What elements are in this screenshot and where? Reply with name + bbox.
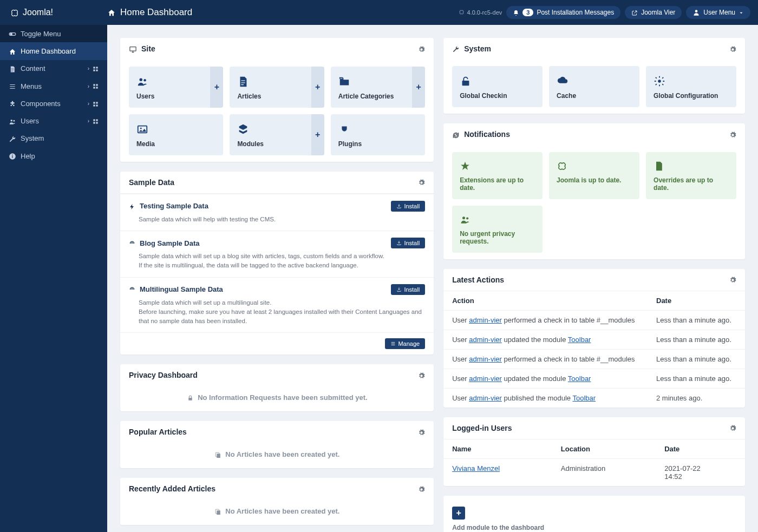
notification-card[interactable]: No urgent privacy requests. [452,206,543,253]
toggle-menu[interactable]: Toggle Menu [0,25,107,42]
quick-card-global-checkin[interactable]: Global Checkin [452,66,543,107]
add-module-panel: + Add module to the dashboard [443,496,745,532]
action-link[interactable]: Toolbar [572,394,596,402]
brand-logo[interactable]: Joomla! [0,7,107,18]
info-icon: i [9,152,21,160]
install-button[interactable]: Install [391,284,425,295]
action-link[interactable]: Toolbar [568,336,591,344]
dashboard-icon[interactable] [93,83,99,90]
panel-title: Popular Articles [129,428,187,436]
dashboard-icon[interactable] [93,65,99,72]
gear-icon[interactable] [729,130,736,139]
card-icon [237,74,316,88]
notif-icon [460,213,535,226]
quick-card-article-categories[interactable]: Article Categories+ [331,67,425,108]
dashboard-icon[interactable] [93,117,99,124]
quick-card-users[interactable]: Users+ [129,67,223,108]
notif-label: No urgent privacy requests. [460,230,535,245]
date-cell: Less than a minute ago. [648,310,745,330]
panel-title: Privacy Dashboard [129,371,198,379]
user-menu-button[interactable]: User Menu [686,6,750,19]
col-date: Date [648,291,745,311]
system-panel: System Global CheckinCacheGlobal Configu… [443,38,745,114]
sidebar-item-menus[interactable]: Menus › [0,77,107,95]
svg-rect-31 [217,511,220,515]
sample-data-item: Multilingual Sample DataInstallSample da… [120,277,434,333]
quick-card-modules[interactable]: Modules+ [230,114,324,155]
notification-card[interactable]: Extensions are up to date. [452,152,543,199]
sample-icon [129,202,135,210]
plus-button[interactable]: + [311,67,324,108]
plus-button[interactable]: + [311,114,324,155]
gear-icon[interactable] [729,45,736,53]
quick-card-cache[interactable]: Cache [549,66,639,107]
action-link[interactable]: Toolbar [568,375,591,383]
quick-card-media[interactable]: Media [129,114,223,155]
svg-point-34 [658,80,661,83]
panel-title: Notifications [464,130,510,139]
svg-rect-13 [93,104,95,106]
add-module-button[interactable]: + Add module to the dashboard [443,496,745,532]
card-label: Users [136,93,215,100]
svg-rect-12 [96,102,97,103]
card-icon [136,122,215,136]
card-label: Media [136,140,215,148]
sidebar-item-help[interactable]: i Help [0,147,107,165]
sidebar-item-components[interactable]: Components › [0,95,107,112]
sidebar-item-home[interactable]: Home Dashboard [0,42,107,60]
card-icon [654,74,729,88]
notification-card[interactable]: Joomla is up to date. [549,152,639,199]
chevron-right-icon: › [88,65,89,71]
gear-icon[interactable] [418,178,425,186]
notification-card[interactable]: Overrides are up to date. [646,152,736,199]
home-icon [107,8,116,17]
svg-point-24 [140,78,143,82]
header-right: 4.0.0-rc5-dev 3 Post Installation Messag… [459,6,758,19]
gear-icon[interactable] [729,424,736,432]
gear-icon[interactable] [418,45,425,53]
user-link[interactable]: admin-vier [469,375,502,383]
card-icon [136,74,215,88]
svg-point-35 [462,216,465,219]
notif-icon [460,160,535,172]
sidebar-item-users[interactable]: Users › [0,112,107,129]
home-icon [9,47,21,55]
plus-button[interactable]: + [412,67,425,108]
table-row: User admin-vier performed a check in to … [443,310,745,330]
empty-state: No Articles have been created yet. [120,500,434,525]
actions-panel: Latest Actions Action Date User admin-vi… [443,269,745,408]
date-cell: Less than a minute ago. [648,330,745,349]
gear-icon[interactable] [418,371,425,379]
user-link[interactable]: admin-vier [469,316,502,324]
install-button[interactable]: Install [391,238,425,248]
dashboard-icon[interactable] [93,100,99,107]
svg-point-36 [466,218,468,220]
site-panel: Site Users+Articles+Article Categories+M… [120,38,434,162]
sidebar-item-content[interactable]: Content › [0,60,107,77]
frontend-link-button[interactable]: Joomla Vier [625,6,682,19]
gear-icon[interactable] [729,275,736,284]
quick-card-global-configuration[interactable]: Global Configuration [646,66,736,107]
svg-rect-3 [93,67,95,68]
user-link[interactable]: admin-vier [469,394,502,402]
user-link[interactable]: admin-vier [469,355,502,363]
col-name: Name [443,439,552,459]
notif-icon [557,160,632,172]
svg-text:i: i [12,154,13,159]
user-link[interactable]: Viviana Menzel [452,464,500,472]
post-install-button[interactable]: 3 Post Installation Messages [506,6,620,19]
plus-button[interactable]: + [210,67,223,108]
notif-label: Extensions are up to date. [460,176,535,192]
quick-card-plugins[interactable]: Plugins [331,114,425,155]
gear-icon[interactable] [418,485,425,493]
user-link[interactable]: admin-vier [469,336,502,344]
gear-icon[interactable] [418,428,425,436]
user-icon [692,9,700,17]
sidebar-item-system[interactable]: System [0,130,107,147]
install-button[interactable]: Install [391,201,425,212]
quick-card-articles[interactable]: Articles+ [230,67,324,108]
svg-rect-6 [96,69,97,71]
version-badge[interactable]: 4.0.0-rc5-dev [459,9,502,16]
svg-point-25 [143,79,146,82]
manage-button[interactable]: Manage [385,338,425,349]
